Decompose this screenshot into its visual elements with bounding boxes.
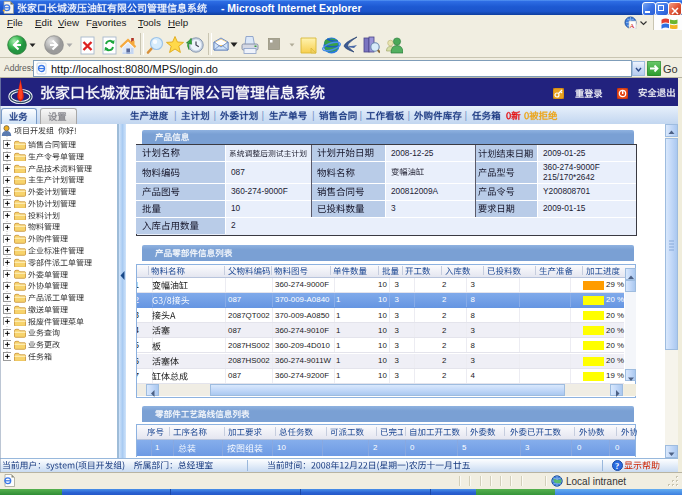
svg-text:A: A xyxy=(630,22,635,30)
svg-text:?: ? xyxy=(615,461,619,471)
